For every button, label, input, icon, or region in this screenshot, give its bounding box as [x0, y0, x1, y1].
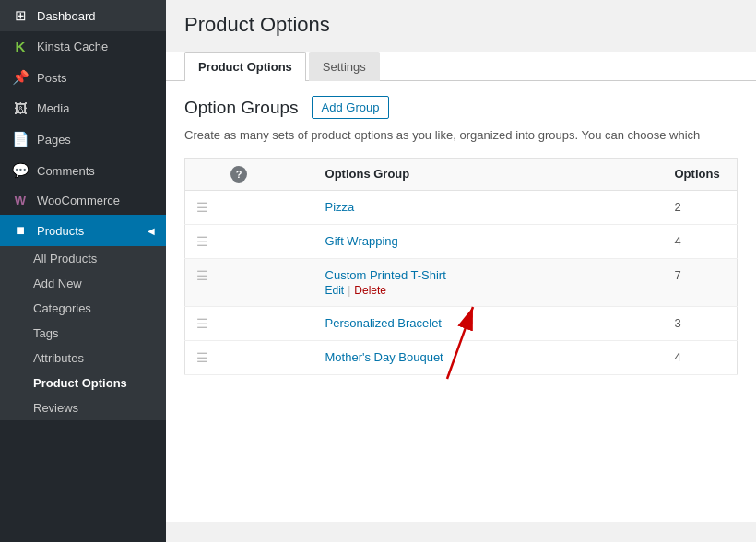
edit-link[interactable]: Edit	[325, 284, 345, 297]
tab-settings[interactable]: Settings	[309, 52, 380, 81]
table-row: ☰ Mother's Day Bouquet 4	[185, 340, 738, 374]
drag-handle-icon[interactable]: ☰	[196, 316, 208, 331]
group-name-link[interactable]: Personalized Bracelet	[325, 316, 442, 330]
products-icon: ■	[11, 222, 30, 239]
drag-handle-icon[interactable]: ☰	[196, 268, 208, 283]
delete-link[interactable]: Delete	[354, 284, 386, 297]
group-name-cell: Mother's Day Bouquet	[314, 340, 664, 374]
table-body: ☰ Pizza 2 ☰ Gift Wrapping	[185, 190, 738, 374]
sidebar-sub-reviews[interactable]: Reviews	[0, 395, 166, 420]
options-count: 2	[664, 190, 738, 224]
th-options-group: Options Group	[314, 158, 664, 190]
tabs-bar: Product Options Settings	[166, 52, 756, 81]
table-row: ☰ Custom Printed T-Shirt Edit | Delete 7	[185, 258, 738, 306]
row-actions: Edit | Delete	[325, 284, 653, 297]
table-row: ☰ Pizza 2	[185, 190, 738, 224]
group-name-link[interactable]: Custom Printed T-Shirt	[325, 268, 446, 282]
table-row: ☰ Personalized Bracelet 3	[185, 306, 738, 340]
sidebar-sub-attributes[interactable]: Attributes	[0, 346, 166, 371]
section-title: Option Groups	[184, 98, 299, 118]
th-help: ?	[219, 158, 314, 190]
drag-handle-icon[interactable]: ☰	[196, 234, 208, 249]
sidebar: ⊞ Dashboard K Kinsta Cache 📌 Posts 🖼 Med…	[0, 0, 166, 542]
media-icon: 🖼	[11, 100, 30, 116]
group-name-cell: Custom Printed T-Shirt Edit | Delete	[314, 258, 664, 306]
sidebar-item-comments[interactable]: 💬 Comments	[0, 155, 166, 186]
page-title: Product Options	[184, 13, 738, 37]
dashboard-icon: ⊞	[11, 7, 30, 24]
main-content: Product Options Product Options Settings…	[166, 0, 756, 542]
sidebar-item-products[interactable]: ■ Products ◀	[0, 215, 166, 246]
products-arrow-icon: ◀	[148, 226, 155, 236]
sidebar-label-media: Media	[37, 101, 69, 115]
drag-cell: ☰	[185, 306, 220, 340]
drag-handle-icon[interactable]: ☰	[196, 200, 208, 215]
options-count: 3	[664, 306, 738, 340]
sidebar-item-posts[interactable]: 📌 Posts	[0, 62, 166, 93]
pages-icon: 📄	[11, 131, 30, 147]
tab-product-options[interactable]: Product Options	[184, 52, 306, 81]
add-group-button[interactable]: Add Group	[312, 96, 390, 119]
sidebar-item-pages[interactable]: 📄 Pages	[0, 124, 166, 155]
drag-cell: ☰	[185, 258, 220, 306]
woo-icon: W	[11, 194, 30, 207]
group-name-link[interactable]: Mother's Day Bouquet	[325, 350, 443, 364]
help-icon[interactable]: ?	[230, 166, 247, 183]
group-name-cell: Personalized Bracelet	[314, 306, 664, 340]
page-header: Product Options	[166, 0, 756, 46]
comments-icon: 💬	[11, 162, 30, 179]
sidebar-sub-categories[interactable]: Categories	[0, 296, 166, 321]
sidebar-item-media[interactable]: 🖼 Media	[0, 93, 166, 124]
sidebar-item-woocommerce[interactable]: W WooCommerce	[0, 186, 166, 215]
sidebar-sub-tags[interactable]: Tags	[0, 321, 166, 346]
sidebar-sub-add-new[interactable]: Add New	[0, 271, 166, 296]
sidebar-sub-all-products[interactable]: All Products	[0, 246, 166, 271]
empty-cell	[219, 190, 314, 224]
options-count: 4	[664, 340, 738, 374]
option-groups-header: Option Groups Add Group	[184, 96, 738, 119]
th-options: Options	[664, 158, 738, 190]
sidebar-label-kinsta: Kinsta Cache	[37, 40, 108, 53]
group-name-link[interactable]: Pizza	[325, 200, 355, 214]
empty-cell	[219, 340, 314, 374]
empty-cell	[219, 224, 314, 258]
sidebar-item-dashboard[interactable]: ⊞ Dashboard	[0, 0, 166, 31]
group-name-cell: Gift Wrapping	[314, 224, 664, 258]
group-name-cell: Pizza	[314, 190, 664, 224]
sidebar-item-kinsta[interactable]: K Kinsta Cache	[0, 31, 166, 62]
empty-cell	[219, 258, 314, 306]
sidebar-label-dashboard: Dashboard	[37, 9, 96, 23]
group-name-link[interactable]: Gift Wrapping	[325, 234, 398, 248]
empty-cell	[219, 306, 314, 340]
options-count: 4	[664, 224, 738, 258]
table-row: ☰ Gift Wrapping 4	[185, 224, 738, 258]
th-drag	[185, 158, 220, 190]
kinsta-icon: K	[11, 39, 30, 54]
description-text: Create as many sets of product options a…	[184, 126, 738, 145]
sidebar-label-woocommerce: WooCommerce	[37, 194, 120, 207]
products-submenu: All Products Add New Categories Tags Att…	[0, 246, 166, 420]
drag-cell: ☰	[185, 190, 220, 224]
sidebar-label-products: Products	[37, 224, 84, 238]
sidebar-sub-product-options[interactable]: Product Options	[0, 371, 166, 395]
drag-cell: ☰	[185, 340, 220, 374]
table-wrapper: ? Options Group Options ☰ Pizza 2	[184, 158, 738, 375]
posts-icon: 📌	[11, 69, 30, 86]
table-header: ? Options Group Options	[185, 158, 738, 190]
action-separator: |	[348, 284, 350, 297]
content-area: Option Groups Add Group Create as many s…	[166, 81, 756, 522]
sidebar-label-pages: Pages	[37, 133, 71, 147]
drag-cell: ☰	[185, 224, 220, 258]
sidebar-label-comments: Comments	[37, 164, 95, 178]
options-count: 7	[664, 258, 738, 306]
drag-handle-icon[interactable]: ☰	[196, 350, 208, 365]
options-table: ? Options Group Options ☰ Pizza 2	[184, 158, 738, 375]
sidebar-label-posts: Posts	[37, 71, 67, 85]
